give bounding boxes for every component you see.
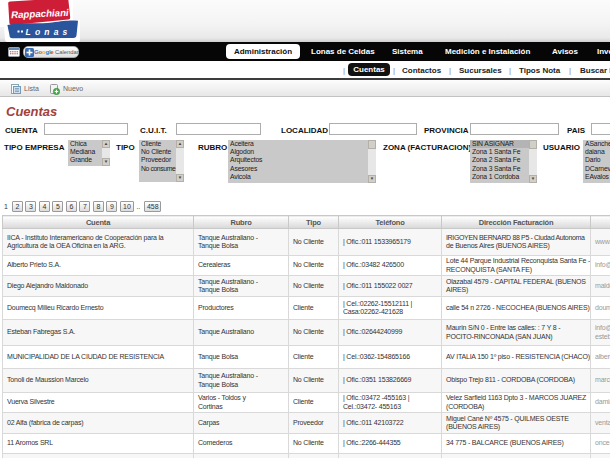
svg-text:Lonas: Lonas — [26, 27, 72, 37]
